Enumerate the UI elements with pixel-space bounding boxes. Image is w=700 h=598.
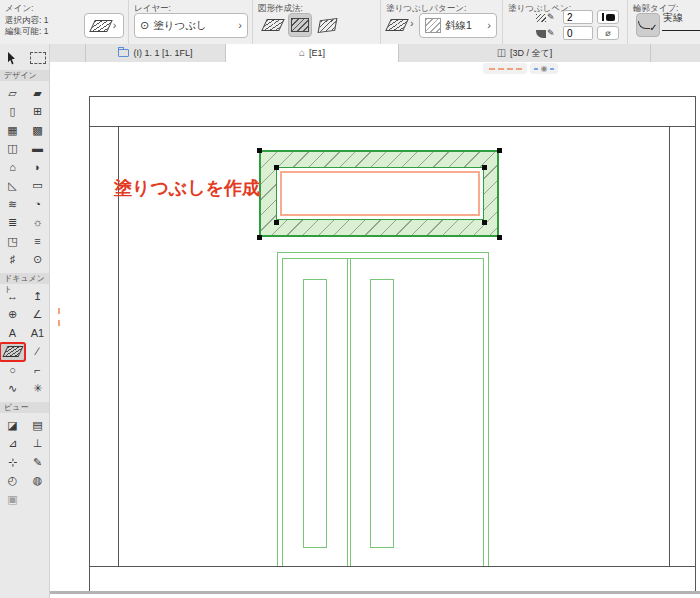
door-frame-line xyxy=(277,252,278,566)
slab-tool[interactable]: ▭ xyxy=(25,177,50,196)
foreground-pen-color-button[interactable] xyxy=(597,10,619,24)
fill-pattern-picker[interactable]: 斜線1 › xyxy=(419,13,497,38)
zone-tool[interactable]: ◔ xyxy=(25,195,50,214)
composite-wall-tool[interactable]: ▰ xyxy=(25,84,50,103)
curtain-wall-tool[interactable]: ▦ xyxy=(0,121,25,140)
lamp-post-tool[interactable]: ⊙ xyxy=(25,251,50,270)
door-frame-line xyxy=(282,258,283,566)
pointer-tool[interactable] xyxy=(0,50,25,66)
morph-tool[interactable]: ◺ xyxy=(0,177,25,196)
elevation-dimension-tool[interactable]: ↥ xyxy=(25,287,50,306)
selection-handle[interactable] xyxy=(482,220,487,225)
spline-tool[interactable]: ∿ xyxy=(0,380,25,399)
door-panel xyxy=(303,279,327,548)
shell-tool[interactable]: ◗ xyxy=(25,158,50,177)
background-pen-color-button[interactable]: ⌀ xyxy=(597,26,619,40)
drawing-tool-icon: ▤ xyxy=(32,420,42,431)
line-tool[interactable]: ∕ xyxy=(25,343,50,362)
stair-tool[interactable]: ≣ xyxy=(0,214,25,233)
sidebar-icon-grid: ◪▤⊿⊥⊹✎◴◍▣ xyxy=(0,416,49,509)
selected-fill-element[interactable] xyxy=(259,150,499,237)
background-pen-input[interactable] xyxy=(563,26,593,40)
camera-tool[interactable]: ▣ xyxy=(0,490,25,509)
outline-toggle-button[interactable]: ✓ xyxy=(636,13,660,37)
object-tool[interactable]: ◳ xyxy=(0,232,25,251)
lamp-tool-icon: ☼ xyxy=(32,217,42,228)
mesh-tool[interactable]: ≋ xyxy=(0,195,25,214)
door-panel xyxy=(370,279,394,548)
detail-tool[interactable]: ◴ xyxy=(0,472,25,491)
wall-tool-icon: ▱ xyxy=(8,88,16,99)
tab-elevation-e1[interactable]: ⌂[E1] xyxy=(225,44,398,62)
fill-tool[interactable] xyxy=(0,343,25,362)
pattern-swatch-icon xyxy=(425,18,441,33)
door-tool[interactable]: ▯ xyxy=(0,103,25,122)
selection-handle[interactable] xyxy=(257,235,262,240)
visibility-chip[interactable]: ◉ xyxy=(530,63,558,74)
section-tool[interactable]: ⊿ xyxy=(0,435,25,454)
selection-handle[interactable] xyxy=(497,148,502,153)
dimension-tool[interactable]: ↔ xyxy=(0,287,25,306)
skylight-tool[interactable]: ▩ xyxy=(25,121,50,140)
figure-tool[interactable]: ◪ xyxy=(0,416,25,435)
rectangle-method-button[interactable] xyxy=(288,13,312,37)
selection-handle[interactable] xyxy=(482,165,487,170)
lamp-tool[interactable]: ☼ xyxy=(25,214,50,233)
fill-category-button[interactable] xyxy=(385,13,409,37)
detail-tool-icon: ◴ xyxy=(8,475,18,486)
selection-handle[interactable] xyxy=(497,235,502,240)
shell-tool-icon: ◗ xyxy=(34,162,41,173)
polygon-method-button[interactable] xyxy=(261,13,285,37)
stair-alt-tool[interactable]: ≡ xyxy=(25,232,50,251)
wall-tool[interactable]: ▱ xyxy=(0,84,25,103)
circle-tool-icon: ○ xyxy=(9,365,16,376)
column-tool[interactable]: ◫ xyxy=(0,140,25,159)
label-tool[interactable]: A1 xyxy=(25,324,50,343)
folder-icon xyxy=(118,49,129,57)
selection-handle[interactable] xyxy=(274,220,279,225)
stair-tool-icon: ≣ xyxy=(8,217,17,228)
label-tool-icon: A1 xyxy=(31,328,44,339)
selection-handle[interactable] xyxy=(274,165,279,170)
tab-floor-plan[interactable]: (I) 1. 1 [1. 1FL] xyxy=(85,44,225,62)
angle-dimension-tool[interactable]: ∠ xyxy=(25,306,50,325)
text-tool[interactable]: A xyxy=(0,324,25,343)
foreground-pen-icon: ✎ xyxy=(536,13,555,22)
ground-line xyxy=(50,591,700,594)
chevron-right-icon: › xyxy=(238,20,242,31)
layer-picker[interactable]: ⊙ 塗りつぶし › xyxy=(134,13,248,38)
window-tool-icon: ⊞ xyxy=(33,106,42,117)
circle-tool[interactable]: ○ xyxy=(0,361,25,380)
figure-tool-icon: ◪ xyxy=(7,420,17,431)
elevation-view-tool[interactable]: ⊥ xyxy=(25,435,50,454)
3d-document-tool[interactable]: ◍ xyxy=(25,472,50,491)
trace-reference-chip[interactable] xyxy=(483,63,527,74)
tab-3d-all[interactable]: ◫[3D / 全て] xyxy=(398,44,651,62)
drawing-tool[interactable]: ▤ xyxy=(25,416,50,435)
radial-dimension-tool[interactable]: ⊕ xyxy=(0,306,25,325)
worksheet-tool[interactable]: ✎ xyxy=(25,453,50,472)
info-box-toolbar: メイン: 選択内容: 1 編集可能: 1 › レイヤー: ⊙ 塗りつぶし › 図… xyxy=(0,0,700,45)
door-tool-icon: ▯ xyxy=(9,106,15,117)
railing-tool[interactable]: ♯ xyxy=(0,251,25,270)
roof-tool[interactable]: ⌂ xyxy=(0,158,25,177)
door-meeting-stile-line xyxy=(350,258,351,566)
foreground-pen-input[interactable] xyxy=(563,10,593,24)
marquee-tool[interactable] xyxy=(25,50,50,66)
dimension-tool-icon: ↔ xyxy=(7,291,18,302)
hotspot-tool[interactable]: ✳ xyxy=(25,380,50,399)
rotated-rectangle-method-button[interactable] xyxy=(315,13,339,37)
sidebar-section-header: デザイン xyxy=(0,70,49,81)
wall-line xyxy=(669,126,670,566)
drawing-canvas[interactable]: ◉ xyxy=(50,62,700,598)
layer-section: レイヤー: ⊙ 塗りつぶし › xyxy=(128,0,252,44)
interior-elevation-tool[interactable]: ⊹ xyxy=(0,453,25,472)
window-tool[interactable]: ⊞ xyxy=(25,103,50,122)
door-frame-line xyxy=(483,258,484,566)
element-settings-button[interactable]: › xyxy=(84,13,124,38)
polyline-tool[interactable]: ⌐ xyxy=(25,361,50,380)
selection-handle[interactable] xyxy=(257,148,262,153)
dash-icon xyxy=(534,68,538,70)
wall-line xyxy=(89,96,696,97)
beam-tool[interactable]: ▬ xyxy=(25,140,50,159)
